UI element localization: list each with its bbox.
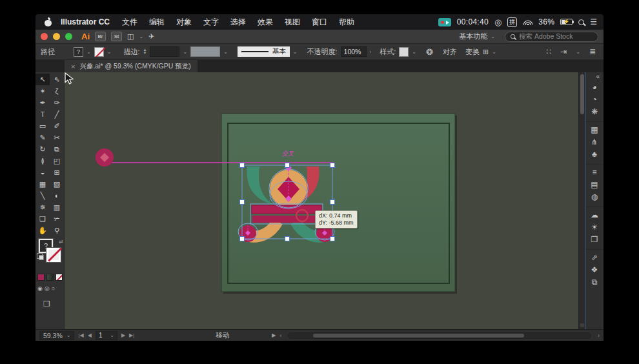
fill-chevron[interactable]: ⌄ [86,49,91,55]
tool-mesh[interactable]: ▦ [36,178,50,190]
tool-selection[interactable]: ↖ [36,74,50,85]
tool-direct-selection[interactable]: ⇖ [50,74,64,85]
menu-select[interactable]: 选择 [225,17,252,28]
menu-edit[interactable]: 编辑 [143,17,170,28]
vertical-scroll-thumb[interactable] [580,74,584,114]
zoom-level-field[interactable]: 59.3% ⌄ [39,331,74,340]
menu-file[interactable]: 文件 [116,17,143,28]
tool-magic-wand[interactable]: ✶ [36,85,50,97]
panel-graphic-styles[interactable]: ❐ [585,233,604,245]
next-artboard-icon[interactable]: ▶ [121,332,125,338]
apple-icon[interactable] [45,18,52,26]
tool-paintbrush[interactable]: ✐ [50,120,64,132]
tool-width[interactable]: ≬ [36,155,50,167]
tool-scale[interactable]: ⧉ [50,143,64,155]
tool-perspective-grid[interactable]: ⊞ [50,167,64,178]
prev-artboard-icon[interactable]: ◀ [88,332,92,338]
screen-record-icon[interactable] [438,18,451,26]
status-expand-icon[interactable]: ▶ [272,332,276,338]
color-button[interactable] [37,274,45,281]
expand-panels-icon[interactable]: « [596,73,604,81]
tool-free-transform[interactable]: ◰ [50,155,64,167]
menu-object[interactable]: 对象 [170,17,198,28]
opacity-expand-arrow[interactable]: › [370,49,372,55]
panel-cc-libraries[interactable]: ☁ [585,207,604,221]
creative-cloud-icon[interactable]: ◎ [494,17,502,27]
horizontal-scroll-thumb[interactable] [313,334,524,338]
stroke-profile-field[interactable] [190,46,220,57]
distribute-chevron[interactable]: ⌄ [576,49,580,55]
close-tab-icon[interactable]: × [71,63,75,70]
stroke-box[interactable] [46,248,61,262]
panel-symbols[interactable]: ♣ [585,148,604,160]
tool-scissors[interactable]: ✂ [50,132,64,143]
tool-lasso[interactable]: ζ [50,85,64,97]
close-window-button[interactable] [41,33,48,40]
tool-line-segment[interactable]: ╱ [50,108,64,120]
tool-hand[interactable]: ✋ [36,225,50,236]
logo-bar-top[interactable] [252,205,321,214]
zoom-window-button[interactable] [65,33,72,40]
input-method-icon[interactable]: 拼 [507,17,517,27]
tool-gradient[interactable]: ▧ [50,178,64,190]
stock-button[interactable]: St [111,32,122,41]
canvas[interactable]: 交叉 dX: 0.74 mm dY: -5.68 mm [65,72,578,329]
brush-definition-field[interactable]: 基本 [238,46,290,57]
panel-color[interactable]: ◕ [585,81,604,93]
screen-mode-icon[interactable]: ❒ [43,299,50,308]
tool-pencil[interactable]: ✎ [36,132,50,143]
tool-graph[interactable]: ▥ [50,201,64,213]
transform-button[interactable]: 变换 [465,47,480,57]
logo-bar-bottom[interactable] [252,216,321,223]
tool-blend[interactable]: ◐ [50,190,64,201]
tool-rectangle[interactable]: ▭ [36,120,50,132]
hscroll-left-arrow[interactable]: ‹ [279,332,281,339]
draw-behind-icon[interactable]: ◎ [45,285,50,292]
panel-gradient[interactable]: ▤ [585,178,604,190]
artboard[interactable] [221,114,455,292]
wifi-icon[interactable] [523,19,532,25]
document-tab[interactable]: × 兴趣.ai* @ 59.3% (CMYK/GPU 预览) [65,60,198,72]
gpu-performance-icon[interactable]: ✈ [148,32,154,41]
options-grid-icon[interactable]: ∷ [547,47,552,56]
tool-curvature[interactable]: ✑ [50,97,64,108]
panel-brushes[interactable]: ⋔ [585,136,604,148]
tool-pen[interactable]: ✒ [36,97,50,108]
stroke-weight-stepper[interactable]: ▲▼ [143,48,147,55]
tool-artboard[interactable]: ❏ [36,213,50,225]
drag-origin-anchor[interactable] [96,148,114,167]
panel-recolor-artwork[interactable]: ❋ [585,105,604,117]
stroke-profile-chevron[interactable]: ⌄ [223,49,228,55]
first-artboard-icon[interactable]: |◀ [78,332,83,338]
panel-color-guide[interactable]: ◔ [585,93,604,105]
artboard-number-field[interactable]: 1 ⌄ [96,331,117,340]
notification-center-icon[interactable]: ☰ [590,17,597,26]
swap-fill-stroke-icon[interactable]: ⇄ [59,239,63,245]
tool-shape-builder[interactable]: ◒ [36,167,50,178]
style-swatch[interactable] [399,47,409,57]
arrange-documents-icon[interactable]: ◫ [127,32,134,41]
menu-type[interactable]: 文字 [198,17,225,28]
tool-rotate[interactable]: ↻ [36,143,50,155]
gradient-button[interactable] [46,274,54,281]
menu-help[interactable]: 帮助 [333,17,360,28]
battery-icon[interactable]: ⚡ [560,19,573,25]
spotlight-search-icon[interactable] [578,19,584,25]
workspace-switcher[interactable]: 基本功能 [459,32,487,41]
draw-normal-icon[interactable]: ◉ [37,285,43,292]
tool-zoom[interactable]: ⚲ [50,225,64,236]
panel-artboards[interactable]: ⧉ [585,276,604,288]
panel-stroke[interactable]: ≡ [585,164,604,178]
menu-window[interactable]: 窗口 [306,17,333,28]
panel-transparency[interactable]: ◍ [585,190,604,203]
vertical-scrollbar[interactable] [578,72,585,329]
horizontal-scrollbar[interactable] [288,332,591,339]
menu-effect[interactable]: 效果 [252,17,279,28]
minimize-window-button[interactable] [53,33,60,40]
distribute-icon[interactable]: ⇥ [560,47,567,56]
none-button[interactable] [56,274,63,281]
style-chevron[interactable]: ⌄ [412,49,416,55]
transform-chevron[interactable]: ⌄ [492,49,496,55]
tool-eyedropper[interactable]: ╲ [36,190,50,201]
control-panel-menu-icon[interactable]: ≣ [589,47,596,56]
